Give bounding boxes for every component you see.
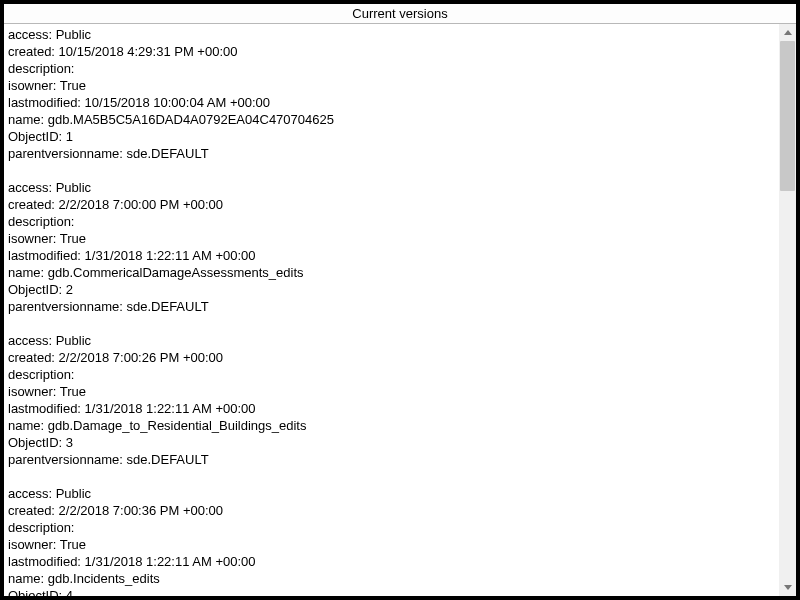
field-label: created: (8, 503, 59, 518)
field-value: sde.DEFAULT (127, 299, 209, 314)
field-label: lastmodified: (8, 95, 85, 110)
field-created: created: 10/15/2018 4:29:31 PM +00:00 (8, 43, 775, 60)
field-value: True (60, 231, 86, 246)
field-label: access: (8, 27, 56, 42)
field-value: 10/15/2018 4:29:31 PM +00:00 (59, 44, 238, 59)
field-access: access: Public (8, 26, 775, 43)
field-isowner: isowner: True (8, 230, 775, 247)
field-value: 1/31/2018 1:22:11 AM +00:00 (85, 401, 256, 416)
field-objectid: ObjectID: 3 (8, 434, 775, 451)
field-label: created: (8, 197, 59, 212)
field-value: 1 (66, 129, 73, 144)
field-description: description: (8, 366, 775, 383)
field-label: created: (8, 350, 59, 365)
version-record: access: Publiccreated: 10/15/2018 4:29:3… (8, 26, 775, 162)
field-label: parentversionname: (8, 299, 127, 314)
field-value: Public (56, 180, 91, 195)
field-value: Public (56, 333, 91, 348)
field-label: name: (8, 571, 48, 586)
field-value: 2/2/2018 7:00:00 PM +00:00 (59, 197, 223, 212)
field-label: isowner: (8, 231, 60, 246)
field-value: 1/31/2018 1:22:11 AM +00:00 (85, 248, 256, 263)
field-label: isowner: (8, 384, 60, 399)
field-lastmodified: lastmodified: 10/15/2018 10:00:04 AM +00… (8, 94, 775, 111)
field-label: created: (8, 44, 59, 59)
field-isowner: isowner: True (8, 77, 775, 94)
field-value: sde.DEFAULT (127, 452, 209, 467)
field-value: 1/31/2018 1:22:11 AM +00:00 (85, 554, 256, 569)
field-created: created: 2/2/2018 7:00:26 PM +00:00 (8, 349, 775, 366)
field-label: lastmodified: (8, 248, 85, 263)
field-label: name: (8, 112, 48, 127)
field-label: ObjectID: (8, 435, 66, 450)
field-label: name: (8, 265, 48, 280)
field-label: parentversionname: (8, 146, 127, 161)
field-label: access: (8, 333, 56, 348)
field-value: gdb.Incidents_edits (48, 571, 160, 586)
field-objectid: ObjectID: 1 (8, 128, 775, 145)
window-title: Current versions (4, 4, 796, 24)
field-objectid: ObjectID: 4 (8, 587, 775, 596)
scroll-down-button[interactable] (779, 579, 796, 596)
field-label: access: (8, 486, 56, 501)
field-value: gdb.Damage_to_Residential_Buildings_edit… (48, 418, 307, 433)
field-value: True (60, 78, 86, 93)
version-record: access: Publiccreated: 2/2/2018 7:00:26 … (8, 332, 775, 468)
field-value: 3 (66, 435, 73, 450)
field-created: created: 2/2/2018 7:00:00 PM +00:00 (8, 196, 775, 213)
vertical-scrollbar[interactable] (779, 24, 796, 596)
field-label: name: (8, 418, 48, 433)
field-label: access: (8, 180, 56, 195)
field-access: access: Public (8, 485, 775, 502)
field-value: 2 (66, 282, 73, 297)
field-name: name: gdb.CommericalDamageAssessments_ed… (8, 264, 775, 281)
chevron-down-icon (784, 585, 792, 590)
field-label: isowner: (8, 78, 60, 93)
field-parentversionname: parentversionname: sde.DEFAULT (8, 145, 775, 162)
field-label: parentversionname: (8, 452, 127, 467)
field-name: name: gdb.Incidents_edits (8, 570, 775, 587)
field-access: access: Public (8, 179, 775, 196)
field-label: description: (8, 214, 74, 229)
chevron-up-icon (784, 30, 792, 35)
field-value: gdb.MA5B5C5A16DAD4A0792EA04C470704625 (48, 112, 334, 127)
field-access: access: Public (8, 332, 775, 349)
field-label: ObjectID: (8, 129, 66, 144)
field-label: description: (8, 520, 74, 535)
version-record: access: Publiccreated: 2/2/2018 7:00:00 … (8, 179, 775, 315)
field-description: description: (8, 519, 775, 536)
field-value: 10/15/2018 10:00:04 AM +00:00 (85, 95, 270, 110)
field-label: ObjectID: (8, 282, 66, 297)
field-lastmodified: lastmodified: 1/31/2018 1:22:11 AM +00:0… (8, 553, 775, 570)
field-value: Public (56, 486, 91, 501)
field-created: created: 2/2/2018 7:00:36 PM +00:00 (8, 502, 775, 519)
app-window: Current versions access: Publiccreated: … (0, 0, 800, 600)
field-label: description: (8, 61, 74, 76)
field-value: True (60, 384, 86, 399)
field-label: isowner: (8, 537, 60, 552)
versions-list: access: Publiccreated: 10/15/2018 4:29:3… (4, 24, 779, 596)
field-lastmodified: lastmodified: 1/31/2018 1:22:11 AM +00:0… (8, 247, 775, 264)
field-value: 2/2/2018 7:00:36 PM +00:00 (59, 503, 223, 518)
field-isowner: isowner: True (8, 536, 775, 553)
field-label: ObjectID: (8, 588, 66, 596)
field-parentversionname: parentversionname: sde.DEFAULT (8, 451, 775, 468)
field-name: name: gdb.MA5B5C5A16DAD4A0792EA04C470704… (8, 111, 775, 128)
field-value: Public (56, 27, 91, 42)
scrollbar-thumb[interactable] (780, 41, 795, 191)
field-objectid: ObjectID: 2 (8, 281, 775, 298)
field-label: description: (8, 367, 74, 382)
field-value: sde.DEFAULT (127, 146, 209, 161)
field-label: lastmodified: (8, 401, 85, 416)
field-value: True (60, 537, 86, 552)
field-parentversionname: parentversionname: sde.DEFAULT (8, 298, 775, 315)
field-description: description: (8, 60, 775, 77)
body-area: access: Publiccreated: 10/15/2018 4:29:3… (4, 24, 796, 596)
field-description: description: (8, 213, 775, 230)
scroll-up-button[interactable] (779, 24, 796, 41)
field-name: name: gdb.Damage_to_Residential_Building… (8, 417, 775, 434)
field-lastmodified: lastmodified: 1/31/2018 1:22:11 AM +00:0… (8, 400, 775, 417)
field-label: lastmodified: (8, 554, 85, 569)
field-value: 2/2/2018 7:00:26 PM +00:00 (59, 350, 223, 365)
version-record: access: Publiccreated: 2/2/2018 7:00:36 … (8, 485, 775, 596)
